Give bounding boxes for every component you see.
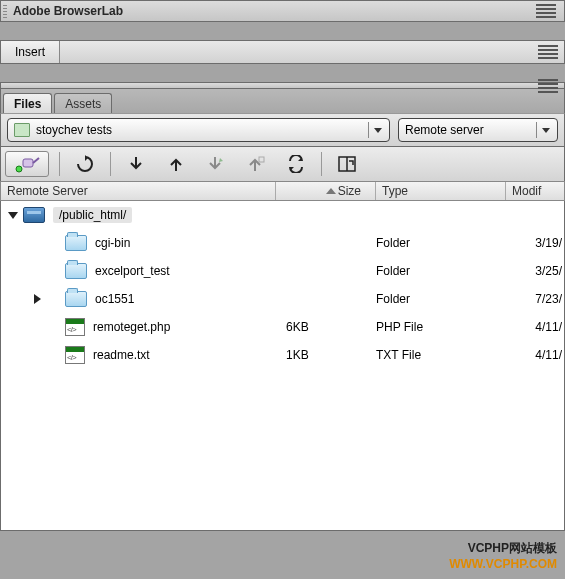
expand-toggle[interactable]	[7, 212, 19, 219]
panel-browserlab-header[interactable]: Adobe BrowserLab	[0, 0, 565, 22]
file-row[interactable]: remoteget.php6KBPHP File4/11/	[1, 313, 564, 341]
insert-tab[interactable]: Insert	[1, 41, 60, 63]
folder-icon	[65, 263, 87, 279]
files-panel-tabs: Files Assets	[0, 88, 565, 113]
file-name: remoteget.php	[93, 320, 170, 334]
file-type: Folder	[376, 236, 506, 250]
divider	[59, 152, 60, 176]
selectors-row: stoychev tests Remote server	[0, 113, 565, 147]
refresh-button[interactable]	[70, 151, 100, 177]
expand-button[interactable]	[332, 151, 362, 177]
expand-toggle[interactable]	[31, 294, 43, 304]
file-row[interactable]: oc1551Folder7/23/	[1, 285, 564, 313]
tab-files[interactable]: Files	[3, 93, 52, 113]
file-tree[interactable]: /public_html/ cgi-binFolder3/19/excelpor…	[0, 201, 565, 531]
file-modified: 4/11/	[506, 320, 564, 334]
panel-menu-icon[interactable]	[538, 79, 558, 93]
columns-header: Remote Server Size Type Modif	[0, 181, 565, 201]
triangle-right-icon	[34, 294, 41, 304]
file-type: Folder	[376, 292, 506, 306]
file-modified: 7/23/	[506, 292, 564, 306]
put-button[interactable]	[161, 151, 191, 177]
svg-rect-1	[23, 159, 33, 167]
watermark-line1: VCPHP网站模板	[449, 540, 557, 557]
folder-icon	[65, 235, 87, 251]
tab-assets-label: Assets	[65, 97, 101, 111]
file-row[interactable]: cgi-binFolder3/19/	[1, 229, 564, 257]
panel-gap	[0, 64, 565, 82]
checkout-button[interactable]	[201, 151, 231, 177]
file-name: cgi-bin	[95, 236, 130, 250]
plug-icon	[13, 155, 41, 173]
sync-icon	[286, 155, 306, 173]
file-type: PHP File	[376, 320, 506, 334]
sort-asc-icon	[326, 188, 336, 194]
refresh-icon	[76, 155, 94, 173]
column-modified[interactable]: Modif	[506, 182, 564, 200]
panel-browserlab-title: Adobe BrowserLab	[13, 4, 123, 18]
svg-rect-3	[259, 157, 264, 162]
watermark: VCPHP网站模板 WWW.VCPHP.COM	[449, 540, 557, 571]
file-type: TXT File	[376, 348, 506, 362]
watermark-line2: WWW.VCPHP.COM	[449, 557, 557, 571]
get-button[interactable]	[121, 151, 151, 177]
project-dropdown[interactable]: stoychev tests	[7, 118, 390, 142]
svg-point-0	[16, 166, 22, 172]
file-row[interactable]: readme.txt1KBTXT File4/11/	[1, 341, 564, 369]
file-modified: 4/11/	[506, 348, 564, 362]
connect-button[interactable]	[5, 151, 49, 177]
server-dropdown[interactable]: Remote server	[398, 118, 558, 142]
column-name[interactable]: Remote Server	[1, 182, 276, 200]
file-size: 1KB	[276, 348, 376, 362]
panel-files-grip[interactable]	[0, 82, 565, 88]
project-dropdown-label: stoychev tests	[36, 123, 112, 137]
file-name: excelport_test	[95, 264, 170, 278]
folder-icon	[65, 291, 87, 307]
checkout-icon	[207, 155, 225, 173]
file-modified: 3/25/	[506, 264, 564, 278]
panel-insert-header[interactable]: Insert	[0, 40, 565, 64]
files-toolbar	[0, 147, 565, 181]
panel-menu-icon[interactable]	[538, 45, 558, 59]
column-size[interactable]: Size	[276, 182, 376, 200]
file-size: 6KB	[276, 320, 376, 334]
file-icon	[65, 318, 85, 336]
sync-button[interactable]	[281, 151, 311, 177]
divider	[321, 152, 322, 176]
tab-assets[interactable]: Assets	[54, 93, 112, 113]
checkin-button[interactable]	[241, 151, 271, 177]
root-path: /public_html/	[53, 207, 132, 223]
tab-files-label: Files	[14, 97, 41, 111]
chevron-down-icon	[536, 122, 554, 138]
column-type[interactable]: Type	[376, 182, 506, 200]
divider	[110, 152, 111, 176]
file-name: readme.txt	[93, 348, 150, 362]
file-name: oc1551	[95, 292, 134, 306]
upload-icon	[168, 155, 184, 173]
server-icon	[23, 207, 45, 223]
server-dropdown-label: Remote server	[405, 123, 484, 137]
panel-gap	[0, 22, 565, 40]
tree-root-row[interactable]: /public_html/	[1, 201, 564, 229]
checkin-icon	[247, 155, 265, 173]
triangle-down-icon	[8, 212, 18, 219]
download-icon	[128, 155, 144, 173]
panel-menu-icon[interactable]	[536, 4, 556, 18]
svg-line-2	[33, 158, 39, 163]
file-row[interactable]: excelport_testFolder3/25/	[1, 257, 564, 285]
expand-icon	[338, 156, 356, 172]
file-icon	[65, 346, 85, 364]
site-icon	[14, 123, 30, 137]
file-type: Folder	[376, 264, 506, 278]
insert-label: Insert	[15, 45, 45, 59]
file-modified: 3/19/	[506, 236, 564, 250]
drag-handle-icon[interactable]	[3, 5, 7, 19]
chevron-down-icon	[368, 122, 386, 138]
